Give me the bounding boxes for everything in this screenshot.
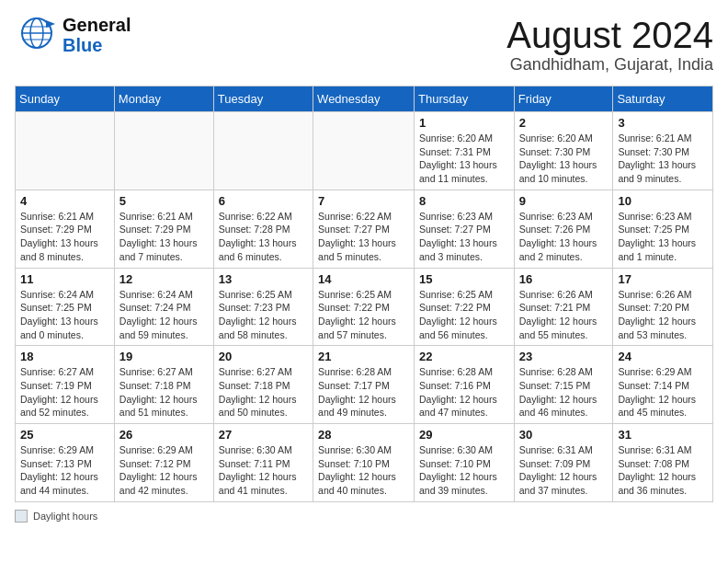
calendar-cell — [313, 112, 415, 190]
day-number: 13 — [219, 272, 308, 286]
day-info: Sunrise: 6:28 AM Sunset: 7:16 PM Dayligh… — [419, 365, 509, 419]
day-number: 18 — [20, 350, 109, 363]
day-number: 31 — [618, 428, 708, 442]
day-number: 25 — [20, 428, 109, 442]
column-header-sunday: Sunday — [16, 86, 115, 112]
day-number: 27 — [219, 428, 308, 442]
calendar-cell: 9Sunrise: 6:23 AM Sunset: 7:26 PM Daylig… — [514, 190, 613, 268]
logo-icon — [15, 15, 59, 55]
location: Gandhidham, Gujarat, India — [506, 55, 713, 75]
column-header-wednesday: Wednesday — [313, 86, 415, 112]
day-info: Sunrise: 6:25 AM Sunset: 7:22 PM Dayligh… — [419, 288, 509, 342]
day-number: 16 — [519, 272, 609, 286]
day-info: Sunrise: 6:30 AM Sunset: 7:10 PM Dayligh… — [419, 443, 509, 498]
calendar-cell: 23Sunrise: 6:28 AM Sunset: 7:15 PM Dayli… — [514, 346, 613, 424]
calendar-cell: 11Sunrise: 6:24 AM Sunset: 7:25 PM Dayli… — [16, 268, 115, 346]
calendar-cell: 29Sunrise: 6:30 AM Sunset: 7:10 PM Dayli… — [415, 424, 515, 502]
day-info: Sunrise: 6:21 AM Sunset: 7:29 PM Dayligh… — [119, 210, 209, 264]
day-info: Sunrise: 6:23 AM Sunset: 7:26 PM Dayligh… — [519, 210, 609, 264]
day-info: Sunrise: 6:24 AM Sunset: 7:24 PM Dayligh… — [119, 288, 209, 342]
calendar-cell: 12Sunrise: 6:24 AM Sunset: 7:24 PM Dayli… — [114, 268, 213, 346]
day-info: Sunrise: 6:30 AM Sunset: 7:11 PM Dayligh… — [219, 443, 308, 498]
day-number: 6 — [219, 194, 308, 208]
day-info: Sunrise: 6:20 AM Sunset: 7:30 PM Dayligh… — [519, 132, 609, 186]
calendar-cell: 31Sunrise: 6:31 AM Sunset: 7:08 PM Dayli… — [613, 424, 713, 502]
day-info: Sunrise: 6:29 AM Sunset: 7:13 PM Dayligh… — [20, 443, 109, 498]
calendar-header-row: SundayMondayTuesdayWednesdayThursdayFrid… — [16, 86, 713, 112]
day-info: Sunrise: 6:23 AM Sunset: 7:27 PM Dayligh… — [419, 210, 509, 264]
day-number: 22 — [419, 350, 509, 363]
day-info: Sunrise: 6:20 AM Sunset: 7:31 PM Dayligh… — [419, 132, 509, 186]
calendar-cell: 5Sunrise: 6:21 AM Sunset: 7:29 PM Daylig… — [114, 190, 213, 268]
calendar-cell — [16, 112, 115, 190]
day-info: Sunrise: 6:27 AM Sunset: 7:19 PM Dayligh… — [20, 365, 109, 419]
calendar-cell — [213, 112, 313, 190]
column-header-saturday: Saturday — [613, 86, 713, 112]
column-header-thursday: Thursday — [415, 86, 515, 112]
calendar-cell: 25Sunrise: 6:29 AM Sunset: 7:13 PM Dayli… — [16, 424, 115, 502]
day-number: 7 — [318, 194, 409, 208]
calendar-cell: 27Sunrise: 6:30 AM Sunset: 7:11 PM Dayli… — [213, 424, 313, 502]
calendar-week-0: 1Sunrise: 6:20 AM Sunset: 7:31 PM Daylig… — [16, 112, 713, 190]
day-info: Sunrise: 6:23 AM Sunset: 7:25 PM Dayligh… — [618, 210, 708, 264]
day-info: Sunrise: 6:21 AM Sunset: 7:29 PM Dayligh… — [20, 210, 109, 264]
footer: Daylight hours — [15, 510, 713, 523]
calendar-cell: 28Sunrise: 6:30 AM Sunset: 7:10 PM Dayli… — [313, 424, 415, 502]
column-header-monday: Monday — [114, 86, 213, 112]
day-info: Sunrise: 6:28 AM Sunset: 7:15 PM Dayligh… — [519, 365, 609, 419]
column-header-friday: Friday — [514, 86, 613, 112]
day-number: 12 — [119, 272, 209, 286]
calendar-cell: 26Sunrise: 6:29 AM Sunset: 7:12 PM Dayli… — [114, 424, 213, 502]
day-number: 29 — [419, 428, 509, 442]
calendar-week-3: 18Sunrise: 6:27 AM Sunset: 7:19 PM Dayli… — [16, 346, 713, 424]
day-info: Sunrise: 6:27 AM Sunset: 7:18 PM Dayligh… — [119, 365, 209, 419]
calendar-cell: 13Sunrise: 6:25 AM Sunset: 7:23 PM Dayli… — [213, 268, 313, 346]
column-header-tuesday: Tuesday — [213, 86, 313, 112]
calendar-table: SundayMondayTuesdayWednesdayThursdayFrid… — [15, 86, 713, 502]
day-info: Sunrise: 6:25 AM Sunset: 7:23 PM Dayligh… — [219, 288, 308, 342]
day-info: Sunrise: 6:21 AM Sunset: 7:30 PM Dayligh… — [618, 132, 708, 186]
calendar-cell: 24Sunrise: 6:29 AM Sunset: 7:14 PM Dayli… — [613, 346, 713, 424]
calendar-cell: 20Sunrise: 6:27 AM Sunset: 7:18 PM Dayli… — [213, 346, 313, 424]
day-number: 15 — [419, 272, 509, 286]
calendar-cell: 2Sunrise: 6:20 AM Sunset: 7:30 PM Daylig… — [514, 112, 613, 190]
day-number: 23 — [519, 350, 609, 363]
calendar-cell: 3Sunrise: 6:21 AM Sunset: 7:30 PM Daylig… — [613, 112, 713, 190]
day-number: 17 — [618, 272, 708, 286]
calendar-cell: 21Sunrise: 6:28 AM Sunset: 7:17 PM Dayli… — [313, 346, 415, 424]
title-area: August 2024 Gandhidham, Gujarat, India — [506, 15, 713, 75]
day-number: 20 — [219, 350, 308, 363]
calendar-cell: 15Sunrise: 6:25 AM Sunset: 7:22 PM Dayli… — [415, 268, 515, 346]
calendar-week-2: 11Sunrise: 6:24 AM Sunset: 7:25 PM Dayli… — [16, 268, 713, 346]
day-info: Sunrise: 6:29 AM Sunset: 7:12 PM Dayligh… — [119, 443, 209, 498]
day-info: Sunrise: 6:22 AM Sunset: 7:28 PM Dayligh… — [219, 210, 308, 264]
calendar-cell — [114, 112, 213, 190]
day-number: 1 — [419, 116, 509, 130]
day-info: Sunrise: 6:22 AM Sunset: 7:27 PM Dayligh… — [318, 210, 409, 264]
calendar-cell: 16Sunrise: 6:26 AM Sunset: 7:21 PM Dayli… — [514, 268, 613, 346]
calendar-cell: 6Sunrise: 6:22 AM Sunset: 7:28 PM Daylig… — [213, 190, 313, 268]
day-info: Sunrise: 6:24 AM Sunset: 7:25 PM Dayligh… — [20, 288, 109, 342]
month-year: August 2024 — [506, 15, 713, 55]
day-info: Sunrise: 6:30 AM Sunset: 7:10 PM Dayligh… — [318, 443, 409, 498]
calendar-cell: 19Sunrise: 6:27 AM Sunset: 7:18 PM Dayli… — [114, 346, 213, 424]
day-number: 3 — [618, 116, 708, 130]
day-number: 8 — [419, 194, 509, 208]
calendar-cell: 17Sunrise: 6:26 AM Sunset: 7:20 PM Dayli… — [613, 268, 713, 346]
day-number: 4 — [20, 194, 109, 208]
calendar-cell: 22Sunrise: 6:28 AM Sunset: 7:16 PM Dayli… — [415, 346, 515, 424]
calendar-cell: 4Sunrise: 6:21 AM Sunset: 7:29 PM Daylig… — [16, 190, 115, 268]
logo-text: General Blue — [63, 15, 131, 55]
day-number: 21 — [318, 350, 409, 363]
calendar-cell: 8Sunrise: 6:23 AM Sunset: 7:27 PM Daylig… — [415, 190, 515, 268]
logo-general: General — [63, 15, 131, 35]
day-number: 11 — [20, 272, 109, 286]
day-info: Sunrise: 6:27 AM Sunset: 7:18 PM Dayligh… — [219, 365, 308, 419]
day-number: 30 — [519, 428, 609, 442]
day-number: 5 — [119, 194, 209, 208]
day-number: 24 — [618, 350, 708, 363]
day-number: 14 — [318, 272, 409, 286]
calendar-week-1: 4Sunrise: 6:21 AM Sunset: 7:29 PM Daylig… — [16, 190, 713, 268]
header: General Blue August 2024 Gandhidham, Guj… — [15, 15, 713, 75]
day-info: Sunrise: 6:31 AM Sunset: 7:09 PM Dayligh… — [519, 443, 609, 498]
